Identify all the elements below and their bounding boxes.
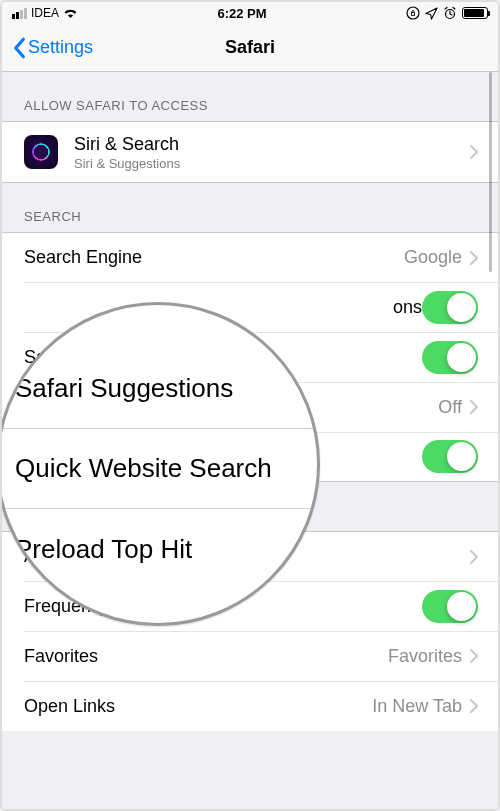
status-bar: IDEA 6:22 PM (2, 2, 498, 24)
row-open-links[interactable]: Open Links In New Tab (2, 681, 498, 731)
quick-website-search-value: Off (438, 397, 462, 418)
magnifier-row-2: Quick Website Search (0, 429, 317, 509)
chevron-right-icon (470, 550, 478, 564)
wifi-icon (63, 8, 78, 19)
status-time: 6:22 PM (217, 6, 266, 21)
carrier-label: IDEA (31, 6, 59, 20)
location-icon (425, 7, 438, 20)
chevron-right-icon (470, 699, 478, 713)
row-search-engine[interactable]: Search Engine Google (2, 232, 498, 282)
siri-subtitle: Siri & Suggestions (74, 156, 180, 171)
status-right (406, 6, 488, 20)
chevron-right-icon (470, 251, 478, 265)
open-links-label: Open Links (24, 696, 115, 717)
toggle-frequently-visited[interactable] (422, 590, 478, 623)
row-favorites[interactable]: Favorites Favorites (2, 631, 498, 681)
chevron-right-icon (470, 145, 478, 159)
row-siri-search[interactable]: Siri & Search Siri & Suggestions (2, 121, 498, 183)
favorites-label: Favorites (24, 646, 98, 667)
orientation-lock-icon (406, 6, 420, 20)
svg-point-0 (407, 7, 419, 19)
signal-strength-icon (12, 8, 27, 19)
search-engine-value: Google (404, 247, 462, 268)
nav-bar: Settings Safari (2, 24, 498, 72)
toggle-safari-suggestions[interactable] (422, 341, 478, 374)
section-header-allow-access: ALLOW SAFARI TO ACCESS (2, 72, 498, 121)
chevron-right-icon (470, 649, 478, 663)
search-engine-label: Search Engine (24, 247, 142, 268)
magnifier-row-1: Safari Suggestions (0, 349, 317, 429)
magnifier-overlay: Safari Suggestions Quick Website Search … (0, 302, 320, 626)
search-engine-suggestions-fragment: ons (24, 297, 422, 318)
scroll-indicator (489, 72, 492, 272)
alarm-icon (443, 6, 457, 20)
chevron-right-icon (470, 400, 478, 414)
magnifier-row-3: Preload Top Hit (0, 509, 317, 589)
battery-icon (462, 7, 488, 19)
section-header-search: SEARCH (2, 183, 498, 232)
siri-title: Siri & Search (74, 134, 180, 155)
page-title: Safari (2, 37, 498, 58)
open-links-value: In New Tab (372, 696, 462, 717)
siri-icon (24, 135, 58, 169)
toggle-search-engine-suggestions[interactable] (422, 291, 478, 324)
toggle-preload-top-hit[interactable] (422, 440, 478, 473)
favorites-value: Favorites (388, 646, 462, 667)
status-left: IDEA (12, 6, 78, 20)
